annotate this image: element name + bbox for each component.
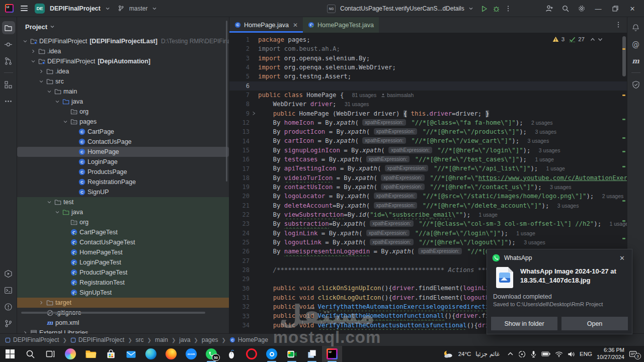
tree-chevron-icon[interactable] xyxy=(53,209,61,215)
mail-taskbar-button[interactable] xyxy=(121,346,141,362)
branch-name[interactable]: master xyxy=(129,5,148,12)
tree-item-org[interactable]: org xyxy=(17,107,229,117)
meet-taskbar-button[interactable] xyxy=(282,346,302,362)
tree-chevron-icon[interactable] xyxy=(45,88,53,95)
code-line[interactable]: 15 By signupLoginIcon = By.xpath( xpathE… xyxy=(229,146,627,155)
tree-item-signuptest[interactable]: CSignUpTest xyxy=(17,288,229,298)
tray-expand-icon[interactable] xyxy=(507,351,514,356)
line-number[interactable]: 26 xyxy=(229,248,252,255)
tree-item-pom-xml[interactable]: mpom.xml xyxy=(17,318,229,328)
code-line[interactable]: 8 WebDriver driver; 31 usages xyxy=(229,100,627,109)
code-line[interactable]: 21 By deleteAccount=By.xpath( xpathExpre… xyxy=(229,201,627,210)
pull-requests-tool-button[interactable] xyxy=(2,54,15,67)
zoom-taskbar-button[interactable]: zoom xyxy=(181,346,201,362)
tree-item-java[interactable]: java xyxy=(17,97,229,107)
show-in-folder-button[interactable]: Show in folder xyxy=(491,317,557,330)
camtasia-taskbar-button[interactable] xyxy=(262,346,282,362)
code-line[interactable]: 20 By logoLocator = By.xpath( xpathExpre… xyxy=(229,192,627,201)
code-line[interactable]: 22 By viewSubstraction=By.id("id=\"susbs… xyxy=(229,210,627,219)
line-number[interactable]: 15 xyxy=(229,147,252,154)
tree-chevron-icon[interactable] xyxy=(45,199,53,205)
tree-item-main[interactable]: main xyxy=(17,86,229,97)
code-line[interactable]: 3import org.openqa.selenium.By; xyxy=(229,54,627,63)
tab-options-button[interactable] xyxy=(615,21,622,28)
code-line[interactable]: 5import org.testng.Assert; xyxy=(229,72,627,81)
code-line[interactable]: 25 By logoutLink = By.xpath( xpathExpres… xyxy=(229,238,627,247)
tree-item-cartpage[interactable]: CCartPage xyxy=(17,127,229,137)
code-line[interactable]: 17 By apiTestingIcon = By.xpath( xpathEx… xyxy=(229,164,627,173)
code-line[interactable]: 16 By testcases = By.xpath( xpathExpress… xyxy=(229,155,627,164)
tree-chevron-icon[interactable] xyxy=(37,300,45,306)
code-line[interactable]: 19 By contactUsIcon = By.xpath( xpathExp… xyxy=(229,183,627,192)
code-line[interactable]: 6 xyxy=(229,81,627,90)
code-line[interactable]: 4import org.openqa.selenium.WebDriver; xyxy=(229,63,627,72)
project-panel-header[interactable]: Project xyxy=(17,17,229,36)
tree-item-contactuspage[interactable]: CContactUsPage xyxy=(17,137,229,147)
breadcrumb-item[interactable]: CHomePage xyxy=(229,336,268,343)
volume-icon[interactable] xyxy=(568,351,575,357)
close-button[interactable]: ✕ xyxy=(625,1,640,16)
tree-chevron-icon[interactable] xyxy=(29,48,37,54)
tree-item-src[interactable]: src xyxy=(17,76,229,86)
tree-item-homepagetest[interactable]: CHomePageTest xyxy=(17,247,229,257)
tree-item-test[interactable]: test xyxy=(17,197,229,207)
wifi-icon[interactable] xyxy=(555,351,563,357)
tree-item-depifinalproject[interactable]: DEPIFinalProject[DepiAutomation] xyxy=(17,56,229,66)
mouse-tool-taskbar-button[interactable] xyxy=(221,346,242,362)
tree-item-registrationpage[interactable]: CRegistrationPage xyxy=(17,177,229,187)
tree-item-loginpagetest[interactable]: CLoginPageTest xyxy=(17,257,229,267)
breadcrumb-item[interactable]: DEPIFinalProject xyxy=(70,336,124,343)
project-name[interactable]: DEPIFinalProject xyxy=(50,5,101,12)
line-number[interactable]: 31 xyxy=(229,294,252,301)
tree-item-target[interactable]: target xyxy=(17,298,229,308)
main-menu-button[interactable] xyxy=(19,4,30,13)
tree-item-pages[interactable]: pages xyxy=(17,117,229,127)
project-tree-horizontal-scrollbar[interactable] xyxy=(21,312,205,314)
breadcrumb-item[interactable]: DEPIFinalProject xyxy=(5,336,59,343)
prev-problem-button[interactable] xyxy=(590,37,595,42)
tree-item-cartpagetest[interactable]: CCartPageTest xyxy=(17,227,229,237)
line-number[interactable]: 16 xyxy=(229,156,252,163)
line-number[interactable]: 4 xyxy=(229,64,252,71)
code-line[interactable]: 24 By loginLink = By.xpath( xpathExpress… xyxy=(229,229,627,238)
tree-item-depifinalproject[interactable]: DEPIFinalProject[DEPIFinalProjectLast]D:… xyxy=(17,36,229,46)
start-taskbar-button[interactable] xyxy=(0,346,20,362)
weather-icon[interactable] xyxy=(443,349,454,358)
task-view-taskbar-button[interactable] xyxy=(40,346,60,362)
maven-tool-button[interactable]: m xyxy=(629,54,642,67)
project-tree-vertical-scrollbar[interactable] xyxy=(226,21,227,182)
language-indicator[interactable]: ENG xyxy=(580,351,592,357)
line-number[interactable]: 3 xyxy=(229,55,252,62)
tree-chevron-icon[interactable] xyxy=(37,78,45,84)
tree-chevron-icon[interactable] xyxy=(61,119,69,125)
code-line[interactable]: 7public class HomePage { 81 usagesbasims… xyxy=(229,90,627,100)
breadcrumb-item[interactable]: src xyxy=(136,336,144,343)
line-number[interactable]: 9 xyxy=(229,110,252,117)
line-number[interactable]: 17 xyxy=(229,165,252,172)
tree-item-productspage[interactable]: CProductsPage xyxy=(17,167,229,177)
meet-now-icon[interactable] xyxy=(518,350,526,358)
run-configuration[interactable]: ContactUsPageTest.verifyUserCanS...dDeta… xyxy=(340,5,464,12)
restore-button[interactable] xyxy=(608,1,623,16)
toast-close-button[interactable]: ✕ xyxy=(617,254,627,262)
line-number[interactable]: 30 xyxy=(229,285,252,292)
inspections-widget[interactable]: 3 27 xyxy=(552,36,603,42)
code-line[interactable]: 18 By videioTurIcon = By.xpath( xpathExp… xyxy=(229,173,627,183)
line-number[interactable]: 28 xyxy=(229,266,252,274)
line-number[interactable]: 8 xyxy=(229,101,252,108)
breadcrumb-item[interactable]: java xyxy=(179,336,190,343)
tab-close-icon[interactable]: ✕ xyxy=(293,22,298,29)
intellij-taskbar-button[interactable]: IJ xyxy=(322,346,342,362)
line-number[interactable]: 14 xyxy=(229,138,252,145)
line-number[interactable]: 5 xyxy=(229,73,252,80)
settings-button[interactable] xyxy=(575,2,589,15)
line-number[interactable]: 20 xyxy=(229,193,252,200)
code-line[interactable]: 13 By productIcon = By.xpath( xpathExpre… xyxy=(229,127,627,136)
weather-condition[interactable]: غائم جزئيا xyxy=(475,350,500,357)
search-everywhere-button[interactable] xyxy=(558,2,573,15)
more-actions-button[interactable] xyxy=(505,5,512,12)
debug-button[interactable] xyxy=(493,5,500,13)
tree-chevron-icon[interactable] xyxy=(21,330,29,333)
file-explorer-taskbar-button[interactable] xyxy=(80,346,101,362)
version-control-tool-button[interactable] xyxy=(2,317,15,330)
